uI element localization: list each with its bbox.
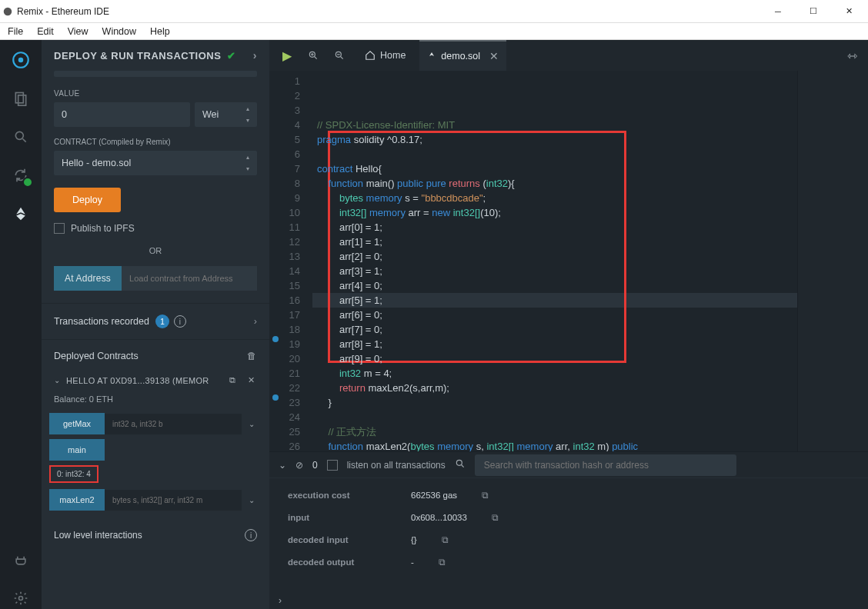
svg-point-6 — [19, 597, 23, 601]
copy-icon[interactable]: ⧉ — [442, 535, 449, 545]
tx-recorded-label: Transactions recorded — [54, 316, 149, 327]
deployed-contracts-header: Deployed Contracts 🗑 — [42, 340, 269, 369]
getmax-params[interactable] — [105, 414, 242, 434]
publish-ipfs-row[interactable]: Publish to IPFS — [54, 223, 257, 234]
home-tab-label: Home — [380, 50, 406, 61]
transactions-recorded[interactable]: Transactions recorded 1 i › — [42, 304, 269, 339]
chevron-right-icon[interactable]: › — [279, 595, 282, 606]
menu-view[interactable]: View — [65, 25, 92, 38]
expand-right-icon[interactable]: ⇿ — [843, 48, 862, 63]
console-row-decoded-input: decoded input {} ⧉ — [288, 529, 850, 551]
zoom-out-icon[interactable] — [328, 44, 351, 67]
search-icon[interactable] — [10, 126, 32, 148]
close-tab-icon[interactable]: ✕ — [489, 50, 499, 62]
zoom-in-icon[interactable] — [302, 44, 325, 67]
info-icon[interactable]: i — [245, 529, 257, 541]
value-input[interactable] — [54, 102, 190, 127]
app-body: DEPLOY & RUN TRANSACTIONS ✔ › VALUE Wei … — [0, 40, 868, 609]
breakpoint-icon[interactable] — [272, 336, 279, 342]
contract-instance: ⌄ HELLO AT 0XD91...39138 (MEMOR ⧉ ✕ Bala… — [49, 369, 262, 515]
file-tab-demo[interactable]: demo.sol ✕ — [419, 40, 506, 71]
exec-cost-val: 662536 gas — [411, 491, 457, 501]
maxlen2-params[interactable] — [105, 490, 242, 511]
svg-point-5 — [15, 131, 23, 139]
console-row-input: input 0x608...10033 ⧉ — [288, 507, 850, 529]
maxlen2-button[interactable]: maxLen2 — [49, 489, 105, 511]
home-tab[interactable]: Home — [354, 40, 416, 71]
console-footer: › — [269, 592, 868, 609]
check-icon: ✔ — [227, 50, 236, 62]
value-unit-select[interactable]: Wei — [195, 102, 257, 127]
decoded-output-key: decoded output — [288, 557, 396, 567]
info-icon[interactable]: i — [174, 315, 186, 328]
pending-count: 0 — [312, 460, 318, 471]
console-row-decoded-output: decoded output - ⧉ — [288, 551, 850, 574]
file-explorer-icon[interactable] — [10, 88, 32, 109]
main-button[interactable]: main — [49, 439, 105, 461]
svg-point-9 — [456, 460, 462, 465]
listen-checkbox[interactable] — [327, 460, 338, 471]
tx-count-badge: 1 — [155, 314, 169, 328]
trash-icon[interactable]: 🗑 — [247, 351, 257, 361]
function-maxlen2-row: maxLen2 ⌄ — [49, 489, 262, 511]
remix-home-icon[interactable] — [10, 49, 32, 71]
menu-help[interactable]: Help — [147, 25, 173, 38]
low-level-interactions[interactable]: Low level interactions i — [42, 521, 269, 549]
chevron-right-icon[interactable]: › — [253, 49, 257, 62]
svg-rect-3 — [15, 93, 23, 103]
plugin-icon[interactable] — [10, 549, 32, 571]
console-search-input[interactable] — [475, 454, 736, 476]
compiler-icon[interactable] — [10, 165, 32, 186]
getmax-button[interactable]: getMax — [49, 413, 105, 434]
menu-window[interactable]: Window — [99, 25, 139, 38]
minimize-button[interactable]: ─ — [760, 0, 796, 23]
copy-icon[interactable]: ⧉ — [226, 375, 239, 385]
chevron-down-icon[interactable]: ⌄ — [54, 376, 60, 384]
terminal-console: ⌄ ⊘ 0 listen on all transactions executi… — [269, 451, 868, 609]
copy-icon[interactable]: ⧉ — [492, 513, 499, 523]
chevron-down-icon[interactable]: ⌄ — [242, 420, 262, 428]
copy-icon[interactable]: ⧉ — [439, 557, 446, 567]
chevron-collapse-icon[interactable]: ⌄ — [279, 460, 286, 471]
code-area[interactable]: // SPDX-License-Identifier: MIT pragma s… — [312, 71, 797, 451]
publish-checkbox[interactable] — [54, 223, 65, 234]
breakpoint-icon[interactable] — [272, 394, 279, 401]
close-window-button[interactable]: ✕ — [831, 0, 866, 23]
chevron-right-icon[interactable]: › — [254, 316, 257, 327]
copy-icon[interactable]: ⧉ — [482, 491, 489, 501]
progress-bar — [54, 71, 257, 77]
file-tab-label: demo.sol — [441, 51, 480, 62]
close-icon[interactable]: ✕ — [245, 375, 257, 385]
svg-point-0 — [4, 7, 12, 15]
line-gutter: 1234567891011121314151617181920212223242… — [269, 71, 312, 451]
contract-select[interactable]: Hello - demo.sol — [54, 151, 257, 175]
panel-header: DEPLOY & RUN TRANSACTIONS ✔ › — [42, 40, 269, 71]
deploy-icon[interactable] — [10, 203, 32, 225]
deploy-panel: DEPLOY & RUN TRANSACTIONS ✔ › VALUE Wei … — [42, 40, 269, 609]
input-val: 0x608...10033 — [411, 513, 467, 523]
at-address-input[interactable] — [122, 266, 257, 291]
value-label: VALUE — [54, 89, 257, 98]
remix-logo-icon — [2, 6, 13, 17]
run-icon[interactable]: ▶ — [275, 44, 299, 67]
chevron-down-icon[interactable]: ⌄ — [242, 496, 262, 504]
solidity-icon — [427, 52, 436, 61]
deploy-button[interactable]: Deploy — [54, 188, 121, 212]
svg-point-2 — [18, 58, 24, 63]
contract-instance-header[interactable]: ⌄ HELLO AT 0XD91...39138 (MEMOR ⧉ ✕ — [49, 369, 262, 391]
console-output[interactable]: execution cost 662536 gas ⧉ input 0x608.… — [269, 478, 868, 592]
maximize-button[interactable]: ☐ — [796, 0, 831, 23]
clear-icon[interactable]: ⊘ — [295, 460, 303, 471]
deployed-label: Deployed Contracts — [54, 351, 139, 361]
low-level-label: Low level interactions — [54, 530, 142, 541]
settings-icon[interactable] — [10, 587, 32, 609]
code-editor[interactable]: 1234567891011121314151617181920212223242… — [269, 71, 868, 451]
decoded-input-val: {} — [411, 535, 417, 545]
panel-title: DEPLOY & RUN TRANSACTIONS — [54, 50, 221, 62]
at-address-button[interactable]: At Address — [54, 266, 122, 291]
minimap[interactable] — [797, 71, 868, 451]
search-icon[interactable] — [455, 458, 466, 471]
menu-file[interactable]: File — [5, 25, 26, 38]
svg-rect-4 — [18, 95, 26, 105]
menu-edit[interactable]: Edit — [34, 25, 57, 38]
